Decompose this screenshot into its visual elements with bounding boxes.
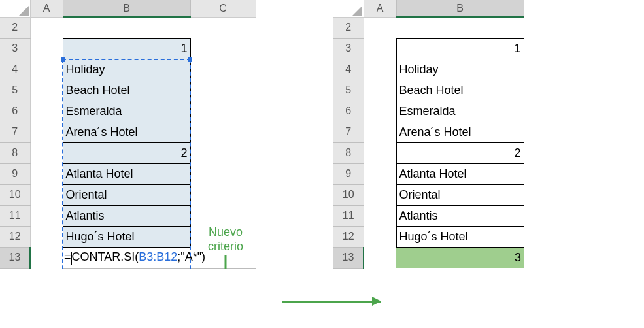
cell-C10[interactable] — [190, 184, 256, 205]
spreadsheet-right[interactable]: A B 2 31 4Holiday 5Beach Hotel 6Esmerald… — [333, 0, 524, 269]
cell-C4[interactable] — [190, 59, 256, 80]
arrow-down-icon — [219, 255, 232, 269]
cell-C9[interactable] — [190, 163, 256, 184]
row-header-13[interactable]: 13 — [333, 247, 364, 268]
cell-A4[interactable] — [364, 59, 396, 80]
cell-A10[interactable] — [30, 184, 63, 205]
cell-A3[interactable] — [30, 38, 63, 59]
cell-C6[interactable] — [190, 101, 256, 122]
cell-A12[interactable] — [30, 226, 63, 247]
cell-A5[interactable] — [30, 80, 63, 101]
cell-A2[interactable] — [364, 17, 396, 38]
col-header-C[interactable]: C — [190, 0, 256, 17]
cell-C3[interactable] — [190, 38, 256, 59]
cell-A7[interactable] — [364, 122, 396, 142]
cell-C7[interactable] — [190, 122, 256, 142]
cell-B5[interactable]: Beach Hotel — [396, 80, 524, 101]
row-header-13[interactable]: 13 — [0, 247, 30, 268]
cell-A11[interactable] — [364, 205, 396, 226]
row-header-10[interactable]: 10 — [333, 184, 364, 205]
row-header-3[interactable]: 3 — [0, 38, 30, 59]
cell-A10[interactable] — [364, 184, 396, 205]
row-header-7[interactable]: 7 — [0, 122, 30, 142]
svg-marker-0 — [18, 6, 29, 16]
row-header-12[interactable]: 12 — [0, 226, 30, 247]
row-header-8[interactable]: 8 — [333, 142, 364, 163]
row-header-3[interactable]: 3 — [333, 38, 364, 59]
cell-B7[interactable]: Arena´s Hotel — [63, 122, 190, 142]
cell-B4[interactable]: Holiday — [63, 59, 190, 80]
cell-B2[interactable] — [63, 17, 190, 38]
cell-B7[interactable]: Arena´s Hotel — [396, 122, 524, 142]
cell-B11[interactable]: Atlantis — [63, 205, 190, 226]
cell-B9[interactable]: Atlanta Hotel — [63, 163, 190, 184]
row-header-11[interactable]: 11 — [333, 205, 364, 226]
cell-C5[interactable] — [190, 80, 256, 101]
formula-range: B3:B12 — [139, 250, 177, 263]
cell-A6[interactable] — [30, 101, 63, 122]
row-header-7[interactable]: 7 — [333, 122, 364, 142]
row-header-2[interactable]: 2 — [0, 17, 30, 38]
cell-B3[interactable]: 1 — [396, 38, 524, 59]
cell-A9[interactable] — [364, 163, 396, 184]
col-header-B[interactable]: B — [63, 0, 190, 17]
cell-A12[interactable] — [364, 226, 396, 247]
cell-A9[interactable] — [30, 163, 63, 184]
row-header-8[interactable]: 8 — [0, 142, 30, 163]
select-all-triangle[interactable] — [0, 0, 30, 17]
cell-C2[interactable] — [190, 17, 256, 38]
select-all-triangle[interactable] — [333, 0, 364, 17]
cell-B9[interactable]: Atlanta Hotel — [396, 163, 524, 184]
cell-B5[interactable]: Beach Hotel — [63, 80, 190, 101]
cell-A7[interactable] — [30, 122, 63, 142]
col-header-A[interactable]: A — [30, 0, 63, 17]
cell-B12[interactable]: Hugo´s Hotel — [63, 226, 190, 247]
row-header-5[interactable]: 5 — [0, 80, 30, 101]
cell-B8[interactable]: 2 — [63, 142, 190, 163]
annotation-label: Nuevo criterio — [196, 225, 255, 254]
cell-B11[interactable]: Atlantis — [396, 205, 524, 226]
svg-marker-3 — [352, 6, 362, 16]
row-header-12[interactable]: 12 — [333, 226, 364, 247]
row-header-4[interactable]: 4 — [333, 59, 364, 80]
cell-A11[interactable] — [30, 205, 63, 226]
annotation-line2: criterio — [196, 240, 255, 254]
cell-A8[interactable] — [364, 142, 396, 163]
cell-A8[interactable] — [30, 142, 63, 163]
cell-C8[interactable] — [190, 142, 256, 163]
cell-B6[interactable]: Esmeralda — [396, 101, 524, 122]
cell-A13[interactable] — [30, 247, 63, 268]
cell-A13[interactable] — [364, 247, 396, 268]
row-header-10[interactable]: 10 — [0, 184, 30, 205]
annotation-line1: Nuevo — [196, 225, 255, 240]
row-header-6[interactable]: 6 — [333, 101, 364, 122]
cell-B2[interactable] — [396, 17, 524, 38]
cell-B4[interactable]: Holiday — [396, 59, 524, 80]
col-header-B[interactable]: B — [396, 0, 524, 17]
col-header-A[interactable]: A — [364, 0, 396, 17]
cell-B8[interactable]: 2 — [396, 142, 524, 163]
cell-A6[interactable] — [364, 101, 396, 122]
cell-A5[interactable] — [364, 80, 396, 101]
formula-prefix: = — [64, 250, 71, 263]
cell-B6[interactable]: Esmeralda — [63, 101, 190, 122]
row-header-6[interactable]: 6 — [0, 101, 30, 122]
cell-A2[interactable] — [30, 17, 63, 38]
row-header-4[interactable]: 4 — [0, 59, 30, 80]
row-header-9[interactable]: 9 — [333, 163, 364, 184]
cell-B10[interactable]: Oriental — [396, 184, 524, 205]
cell-A3[interactable] — [364, 38, 396, 59]
cell-B12[interactable]: Hugo´s Hotel — [396, 226, 524, 247]
cell-B13-result[interactable]: 3 — [396, 247, 524, 268]
cell-C11[interactable] — [190, 205, 256, 226]
cell-B3[interactable]: 1 — [63, 38, 190, 59]
row-header-9[interactable]: 9 — [0, 163, 30, 184]
row-header-2[interactable]: 2 — [333, 17, 364, 38]
cell-B10[interactable]: Oriental — [63, 184, 190, 205]
row-header-11[interactable]: 11 — [0, 205, 30, 226]
formula-func: CONTAR.SI( — [72, 250, 139, 263]
row-header-5[interactable]: 5 — [333, 80, 364, 101]
cell-A4[interactable] — [30, 59, 63, 80]
